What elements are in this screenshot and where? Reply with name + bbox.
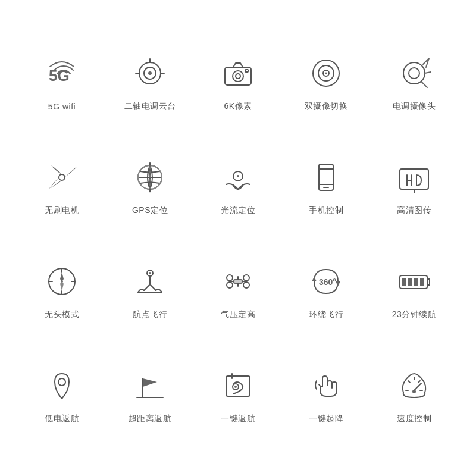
svg-rect-64 <box>402 278 406 286</box>
map-return-icon <box>217 365 259 406</box>
svg-rect-10 <box>245 70 248 72</box>
feature-label-one-key-return: 一键返航 <box>221 414 255 424</box>
feature-item-surround: 360° 环绕飞行 <box>282 238 370 342</box>
feature-item-battery: 23分钟续航 <box>370 238 458 342</box>
svg-point-3 <box>148 71 152 75</box>
phone-icon <box>305 156 347 198</box>
feature-item-speed-control: 速度控制 <box>370 342 458 446</box>
svg-text:5G: 5G <box>49 67 70 84</box>
feature-label-gps: GPS定位 <box>132 205 168 216</box>
svg-point-49 <box>243 275 249 281</box>
svg-rect-66 <box>414 278 418 286</box>
svg-point-14 <box>325 72 327 74</box>
compass-icon <box>41 261 83 302</box>
brushless-icon <box>41 156 83 198</box>
feature-label-one-key-takeoff: 一键起降 <box>309 414 343 424</box>
svg-marker-41 <box>60 272 64 281</box>
svg-point-68 <box>58 378 65 386</box>
feature-label-esc-camera: 电调摄像头 <box>393 101 436 112</box>
dual-camera-icon <box>305 52 347 94</box>
svg-marker-42 <box>60 281 64 291</box>
svg-point-50 <box>227 282 233 288</box>
feature-item-one-key-return: 一键返航 <box>194 342 282 446</box>
feature-item-optical-flow: 光流定位 <box>194 134 282 238</box>
svg-text:360°: 360° <box>319 277 336 287</box>
feature-item-long-range-return: 超距离返航 <box>106 342 194 446</box>
feature-label-hd-transmission: 高清图传 <box>397 205 431 216</box>
feature-item-gps: GPS定位 <box>106 134 194 238</box>
feature-item-dual-camera: 双摄像切换 <box>282 30 370 134</box>
feature-label-low-battery-return: 低电返航 <box>45 414 79 424</box>
svg-line-80 <box>418 381 420 383</box>
svg-point-44 <box>149 272 151 274</box>
location-icon <box>41 365 83 406</box>
feature-item-waypoint: 航点飞行 <box>106 238 194 342</box>
svg-rect-28 <box>319 164 333 190</box>
svg-point-16 <box>409 68 419 79</box>
svg-rect-32 <box>400 169 428 189</box>
feature-item-esc-camera: 电调摄像头 <box>370 30 458 134</box>
svg-point-9 <box>236 74 240 79</box>
feature-item-2axis-gimbal: 二轴电调云台 <box>106 30 194 134</box>
feature-label-battery: 23分钟续航 <box>392 309 437 320</box>
gimbal-icon <box>129 52 171 94</box>
waypoint-icon <box>129 261 171 302</box>
speedometer-icon <box>393 365 435 406</box>
feature-label-5g-wifi: 5G wifi <box>48 102 76 111</box>
feature-label-2axis-gimbal: 二轴电调云台 <box>124 101 176 112</box>
drone-icon <box>217 261 259 302</box>
svg-rect-67 <box>420 278 424 286</box>
svg-rect-65 <box>408 278 412 286</box>
feature-item-low-battery-return: 低电返航 <box>18 342 106 446</box>
svg-point-17 <box>59 174 65 180</box>
feature-label-headless: 无头模式 <box>45 309 79 320</box>
feature-label-surround: 环绕飞行 <box>309 309 343 320</box>
hd-icon <box>393 156 435 198</box>
5g-icon: 5G <box>41 53 83 95</box>
feature-label-waypoint: 航点飞行 <box>133 309 167 320</box>
feature-item-hd-transmission: 高清图传 <box>370 134 458 238</box>
flag-icon <box>129 365 171 406</box>
feature-label-dual-camera: 双摄像切换 <box>305 101 348 112</box>
svg-line-75 <box>414 383 421 390</box>
svg-point-15 <box>403 62 425 84</box>
svg-point-51 <box>243 282 249 288</box>
svg-marker-57 <box>312 277 317 281</box>
camera-icon <box>217 52 259 94</box>
feature-item-one-key-takeoff: 一键起降 <box>282 342 370 446</box>
feature-label-speed-control: 速度控制 <box>397 414 431 424</box>
feature-label-6k-pixel: 6K像素 <box>224 101 252 112</box>
feature-item-5g-wifi: 5G 5G wifi <box>18 30 106 134</box>
svg-point-73 <box>234 386 237 388</box>
feature-item-altitude-hold: 气压定高 <box>194 238 282 342</box>
feature-label-brushless: 无刷电机 <box>45 205 79 216</box>
feature-label-optical-flow: 光流定位 <box>221 205 255 216</box>
360-icon: 360° <box>305 261 347 302</box>
feature-label-altitude-hold: 气压定高 <box>221 309 255 320</box>
optical-icon <box>217 156 259 198</box>
svg-line-78 <box>408 381 410 383</box>
esc-camera-icon <box>393 52 435 94</box>
svg-point-27 <box>237 175 239 177</box>
feature-item-headless: 无头模式 <box>18 238 106 342</box>
svg-point-76 <box>412 390 416 393</box>
feature-label-phone-control: 手机控制 <box>309 205 343 216</box>
feature-item-6k-pixel: 6K像素 <box>194 30 282 134</box>
svg-point-8 <box>233 71 243 82</box>
svg-point-48 <box>227 275 233 281</box>
battery-icon <box>393 261 435 302</box>
touch-icon <box>305 365 347 406</box>
feature-item-phone-control: 手机控制 <box>282 134 370 238</box>
gps-icon <box>129 156 171 198</box>
feature-grid: 5G 5G wifi 二轴电调云台 6K像素 <box>18 18 458 458</box>
svg-marker-58 <box>336 281 340 286</box>
feature-item-brushless: 无刷电机 <box>18 134 106 238</box>
feature-label-long-range-return: 超距离返航 <box>129 414 172 424</box>
